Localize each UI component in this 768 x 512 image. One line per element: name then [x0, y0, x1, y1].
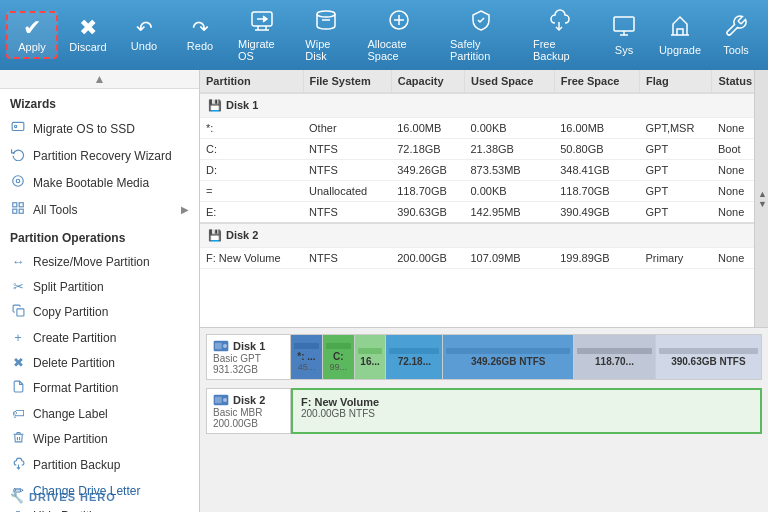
sidebar-item-label-bootable: Make Bootable Media [33, 176, 149, 190]
seg-top-bar-4 [446, 348, 570, 354]
cell-used: 873.53MB [464, 160, 554, 181]
svg-rect-19 [215, 343, 222, 350]
disk1-segment-3[interactable]: 72.18... [386, 335, 443, 379]
sidebar-item-migrate-os-ssd[interactable]: Migrate OS to SSD [0, 115, 199, 142]
disk2-name: Disk 2 [233, 394, 265, 406]
migrate-os-ssd-icon [10, 120, 26, 137]
sidebar-item-split[interactable]: ✂ Split Partition [0, 274, 199, 299]
table-row[interactable]: = Unallocated 118.70GB 0.00KB 118.70GB G… [200, 181, 768, 202]
sidebar-item-format[interactable]: Format Partition [0, 375, 199, 401]
delete-icon: ✖ [10, 355, 26, 370]
migrate-os-label: Migrate OS [238, 38, 285, 62]
scroll-down-arrow[interactable]: ▼ [758, 199, 765, 209]
wipe-disk-icon [314, 8, 338, 36]
cell-flag: GPT [639, 139, 711, 160]
discard-button[interactable]: ✖ Discard [62, 13, 114, 57]
seg-top-bar-6 [659, 348, 758, 354]
cell-capacity: 72.18GB [391, 139, 464, 160]
disk2-partition-visual[interactable]: F: New Volume 200.00GB NTFS [291, 388, 762, 434]
disk2-row: Disk 2 Basic MBR 200.00GB F: New Volume … [206, 388, 762, 434]
disk2-header-row: 💾Disk 2 [200, 223, 768, 248]
sidebar-item-backup[interactable]: Partition Backup [0, 452, 199, 478]
disk1-segment-6[interactable]: 390.63GB NTFS [656, 335, 761, 379]
svg-point-11 [13, 176, 24, 187]
sidebar-item-label-copy: Copy Partition [33, 305, 108, 319]
cell-free: 16.00MB [554, 118, 639, 139]
table-row[interactable]: F: New Volume NTFS 200.00GB 107.09MB 199… [200, 248, 768, 269]
wipe-disk-label: Wipe Disk [305, 38, 347, 62]
wipe-disk-button[interactable]: Wipe Disk [297, 4, 355, 66]
tools-button[interactable]: Tools [710, 10, 762, 60]
sidebar-item-bootable-media[interactable]: Make Bootable Media [0, 169, 199, 196]
cell-flag: Primary [639, 248, 711, 269]
disk1-segment-0[interactable]: *: ... 45... [291, 335, 323, 379]
brand-watermark: 🔧 DRIVES HERO [10, 491, 116, 504]
upgrade-button[interactable]: Upgrade [654, 10, 706, 60]
disk2-volume-info: 200.00GB NTFS [301, 408, 752, 419]
seg-info-1: 99... [329, 362, 347, 372]
sidebar-item-hide[interactable]: 👁 Hide Partition [0, 503, 199, 512]
sidebar-item-partition-recovery[interactable]: Partition Recovery Wizard [0, 142, 199, 169]
bootable-media-icon [10, 174, 26, 191]
sidebar-item-resize-move[interactable]: ↔ Resize/Move Partition [0, 249, 199, 274]
sidebar-item-create[interactable]: + Create Partition [0, 325, 199, 350]
svg-rect-15 [19, 209, 23, 213]
table-scroll-right[interactable]: ▲ ▼ [754, 70, 768, 327]
toolbar: ✔ Apply ✖ Discard ↶ Undo ↷ Redo Migrate … [0, 0, 768, 70]
col-partition: Partition [200, 70, 303, 93]
sidebar-item-delete[interactable]: ✖ Delete Partition [0, 350, 199, 375]
svg-rect-16 [13, 209, 17, 213]
brand-text: DRIVES HERO [29, 491, 116, 503]
table-row[interactable]: E: NTFS 390.63GB 142.95MB 390.49GB GPT N… [200, 202, 768, 224]
sidebar-item-label-delete: Delete Partition [33, 356, 115, 370]
disk1-header-cell: 💾Disk 1 [200, 93, 768, 118]
svg-rect-6 [614, 17, 634, 31]
svg-rect-13 [13, 203, 17, 207]
cell-fs: NTFS [303, 139, 391, 160]
cell-flag: GPT [639, 160, 711, 181]
sidebar-item-copy[interactable]: Copy Partition [0, 299, 199, 325]
sys-button[interactable]: Sys [598, 10, 650, 60]
redo-button[interactable]: ↷ Redo [174, 14, 226, 56]
seg-top-bar-2 [358, 348, 383, 354]
safely-partition-button[interactable]: Safely Partition [442, 4, 521, 66]
disk1-segment-5[interactable]: 118.70... [574, 335, 655, 379]
scroll-up-arrow[interactable]: ▲ [758, 189, 765, 199]
undo-button[interactable]: ↶ Undo [118, 14, 170, 56]
disk1-partitions: *: ... 45... C: 99... 16... 72.18... 349… [291, 334, 762, 380]
col-free: Free Space [554, 70, 639, 93]
sidebar-item-label-migrate-ssd: Migrate OS to SSD [33, 122, 135, 136]
sys-icon [612, 14, 636, 42]
sidebar-item-change-label[interactable]: 🏷 Change Label [0, 401, 199, 426]
cell-used: 142.95MB [464, 202, 554, 224]
cell-used: 107.09MB [464, 248, 554, 269]
migrate-os-button[interactable]: Migrate OS [230, 4, 293, 66]
change-label-icon: 🏷 [10, 406, 26, 421]
discard-icon: ✖ [79, 17, 97, 39]
free-backup-label: Free Backup [533, 38, 586, 62]
table-row[interactable]: *: Other 16.00MB 0.00KB 16.00MB GPT,MSR … [200, 118, 768, 139]
sidebar-item-label-all-tools: All Tools [33, 203, 77, 217]
allocate-space-button[interactable]: Allocate Space [360, 4, 438, 66]
disk1-segment-1[interactable]: C: 99... [323, 335, 355, 379]
apply-icon: ✔ [23, 17, 41, 39]
cell-capacity: 200.00GB [391, 248, 464, 269]
disk1-header-row: 💾Disk 1 [200, 93, 768, 118]
content-area: Partition File System Capacity Used Spac… [200, 70, 768, 512]
free-backup-button[interactable]: Free Backup [525, 4, 594, 66]
disk2-header-icon: 💾 [208, 229, 222, 241]
apply-button[interactable]: ✔ Apply [6, 11, 58, 59]
sidebar-scroll-up[interactable]: ▲ [0, 70, 199, 89]
disk1-segment-2[interactable]: 16... [355, 335, 387, 379]
table-row[interactable]: D: NTFS 349.26GB 873.53MB 348.41GB GPT N… [200, 160, 768, 181]
cell-capacity: 390.63GB [391, 202, 464, 224]
svg-point-20 [223, 344, 227, 348]
disk2-header-cell: 💾Disk 2 [200, 223, 768, 248]
sidebar-item-all-tools[interactable]: All Tools ▶ [0, 196, 199, 223]
table-row[interactable]: C: NTFS 72.18GB 21.38GB 50.80GB GPT Boot [200, 139, 768, 160]
sys-label: Sys [615, 44, 633, 56]
cell-partition: C: [200, 139, 303, 160]
sidebar-item-label-backup: Partition Backup [33, 458, 120, 472]
sidebar-item-wipe[interactable]: Wipe Partition [0, 426, 199, 452]
disk1-segment-4[interactable]: 349.26GB NTFS [443, 335, 574, 379]
